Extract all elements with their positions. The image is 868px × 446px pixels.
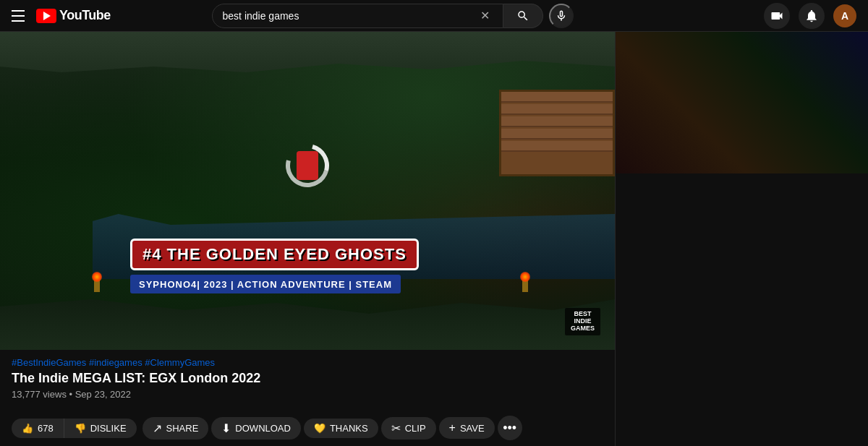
overlay-title-box: #4 THE GOLDEN EYED GHOSTS [130,239,419,270]
menu-button[interactable] [12,10,25,22]
share-button[interactable]: ↗ SHARE [142,417,209,439]
notifications-button[interactable] [799,3,825,29]
game-scene: #4 THE GOLDEN EYED GHOSTS SYPHONO4| 2023… [0,32,615,350]
create-button[interactable] [764,3,790,29]
save-icon: + [449,421,456,434]
thanks-icon: 💛 [314,423,326,434]
overlay-title-text: #4 THE GOLDEN EYED GHOSTS [142,245,407,263]
action-bar: 👍 678 👎 DISLIKE ↗ SHARE ⬇ DOWNLOAD 💛 THA… [0,416,615,446]
like-dislike-group: 👍 678 👎 DISLIKE [12,419,137,438]
mic-icon [555,9,568,22]
scissors-icon: ✂ [391,421,401,435]
character-sprite [286,144,329,187]
more-button[interactable]: ••• [498,416,522,440]
search-clear-icon[interactable]: ✕ [477,9,493,22]
sidebar-thumbnail[interactable] [616,32,868,173]
save-label: SAVE [460,423,485,434]
mic-button[interactable] [549,4,574,28]
search-bar: ✕ [212,4,574,28]
thanks-button[interactable]: 💛 THANKS [304,419,378,438]
video-tags[interactable]: #BestIndieGames #indiegames #ClemmyGames [12,357,603,368]
clip-button[interactable]: ✂ CLIP [381,417,436,439]
save-button[interactable]: + SAVE [439,417,495,439]
best-badge: BEST INDIE GAMES [565,308,600,335]
nav-right: A [764,3,856,29]
dislike-button[interactable]: 👎 DISLIKE [64,419,137,438]
youtube-logo[interactable]: YouTube [36,8,111,23]
share-icon: ↗ [153,421,162,435]
video-views: 13,777 views [12,389,67,400]
overlay-subtitle-text: SYPHONO4| 2023 | ACTION ADVENTURE | STEA… [139,279,392,290]
nav-left: YouTube [12,8,111,23]
like-button[interactable]: 👍 678 [12,419,64,438]
thumbs-down-icon: 👎 [75,423,86,434]
download-label: DOWNLOAD [235,423,291,434]
create-icon [770,9,784,23]
search-input[interactable] [223,10,477,22]
dislike-label: DISLIKE [90,423,127,434]
video-date: Sep 23, 2022 [75,389,131,400]
avatar[interactable]: A [833,4,856,27]
main-layout: #4 THE GOLDEN EYED GHOSTS SYPHONO4| 2023… [0,32,868,446]
best-badge-text: BEST INDIE GAMES [571,311,595,333]
torch-left [94,278,100,292]
search-button[interactable] [503,4,543,28]
share-label: SHARE [166,423,199,434]
more-icon: ••• [503,421,516,436]
download-icon: ⬇ [221,421,231,435]
video-player[interactable]: #4 THE GOLDEN EYED GHOSTS SYPHONO4| 2023… [0,32,615,350]
thumbs-up-icon: 👍 [22,423,33,434]
top-nav: YouTube ✕ A [0,0,868,32]
search-icon [516,9,529,22]
youtube-logo-text: YouTube [59,8,111,23]
video-info: #BestIndieGames #indiegames #ClemmyGames… [0,350,615,416]
clip-label: CLIP [405,423,426,434]
youtube-logo-icon [36,9,56,23]
sidebar-thumb-inner [616,32,868,173]
bell-icon [804,9,819,23]
like-count: 678 [38,423,54,434]
overlay-subtitle-box: SYPHONO4| 2023 | ACTION ADVENTURE | STEA… [130,275,401,293]
torch-right [522,278,528,292]
video-title: The Indie MEGA LIST: EGX London 2022 [12,371,603,386]
download-button[interactable]: ⬇ DOWNLOAD [211,417,301,439]
wooden-structure [499,90,615,176]
sidebar [615,32,868,446]
video-area: #4 THE GOLDEN EYED GHOSTS SYPHONO4| 2023… [0,32,615,446]
search-input-wrapper: ✕ [212,4,503,28]
video-meta: 13,777 views • Sep 23, 2022 [12,389,603,400]
thanks-label: THANKS [330,423,368,434]
